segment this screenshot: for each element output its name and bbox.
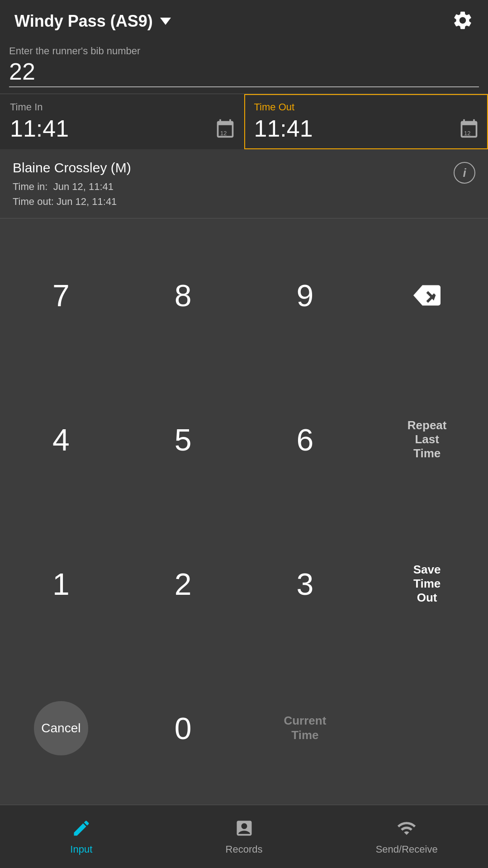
time-out-calendar-icon[interactable]: 12 [459,119,479,140]
svg-text:12: 12 [220,130,227,137]
app-title: Windy Pass (AS9) [14,12,153,31]
key-6[interactable]: 6 [244,367,366,512]
records-label: Records [226,844,263,855]
backspace-icon [413,284,441,307]
key-1[interactable]: 1 [0,512,122,656]
repeat-last-time-button[interactable]: Repeat Last Time [366,367,488,512]
time-in-value: 11:41 [10,115,234,142]
time-out-label: Time Out [254,101,479,113]
time-in-value-text: Jun 12, 11:41 [53,181,114,192]
settings-button[interactable] [452,9,474,33]
keypad: 7 8 9 4 5 6 Repeat Last Time 1 2 3 Save … [0,218,488,805]
time-in-label-text: Time in: [13,181,47,192]
nav-input[interactable]: Input [0,818,163,855]
info-button[interactable]: i [454,162,475,184]
input-label: Input [70,844,92,855]
cancel-label: Cancel [41,721,81,735]
key-4[interactable]: 4 [0,367,122,512]
time-row: Time In 11:41 12 Time Out 11:41 12 [0,94,488,149]
save-time-out-button[interactable]: Save Time Out [366,512,488,656]
runner-info: Blaine Crossley (M) Time in: Jun 12, 11:… [0,149,488,218]
bottom-nav: Input Records Send/Receive [0,805,488,868]
runner-time-out: Time out: Jun 12, 11:41 [13,194,475,209]
cancel-button[interactable]: Cancel [0,656,122,800]
time-in-calendar-icon[interactable]: 12 [215,119,235,140]
backspace-button[interactable] [366,223,488,367]
input-icon [71,818,91,840]
key-0[interactable]: 0 [122,656,244,800]
nav-send-receive[interactable]: Send/Receive [325,818,488,855]
send-receive-icon [397,818,417,840]
svg-text:12: 12 [464,130,470,137]
time-in-field[interactable]: Time In 11:41 12 [0,94,244,149]
time-out-field[interactable]: Time Out 11:41 12 [244,94,488,149]
time-out-label-text: Time out: [13,196,54,207]
runner-time-in: Time in: Jun 12, 11:41 [13,179,475,194]
bib-value: 22 [9,59,479,85]
key-3[interactable]: 3 [244,512,366,656]
key-9[interactable]: 9 [244,223,366,367]
time-in-label: Time In [10,101,234,113]
nav-records[interactable]: Records [163,818,326,855]
bib-label: Enter the runner's bib number [9,45,479,57]
app-header: Windy Pass (AS9) [0,0,488,41]
key-8[interactable]: 8 [122,223,244,367]
info-icon: i [463,166,466,180]
key-7[interactable]: 7 [0,223,122,367]
time-out-value: 11:41 [254,115,479,142]
send-receive-label: Send/Receive [376,844,438,855]
runner-name: Blaine Crossley (M) [13,160,475,175]
title-area[interactable]: Windy Pass (AS9) [14,12,171,31]
current-time-button[interactable]: Current Time [244,656,366,800]
cancel-circle[interactable]: Cancel [34,701,88,755]
key-2[interactable]: 2 [122,512,244,656]
key-5[interactable]: 5 [122,367,244,512]
bib-section: Enter the runner's bib number 22 [0,41,488,94]
bib-underline [9,86,479,87]
time-out-value-text: Jun 12, 11:41 [57,196,117,207]
key-empty [366,656,488,800]
chevron-down-icon [160,18,171,25]
records-icon [234,818,254,840]
